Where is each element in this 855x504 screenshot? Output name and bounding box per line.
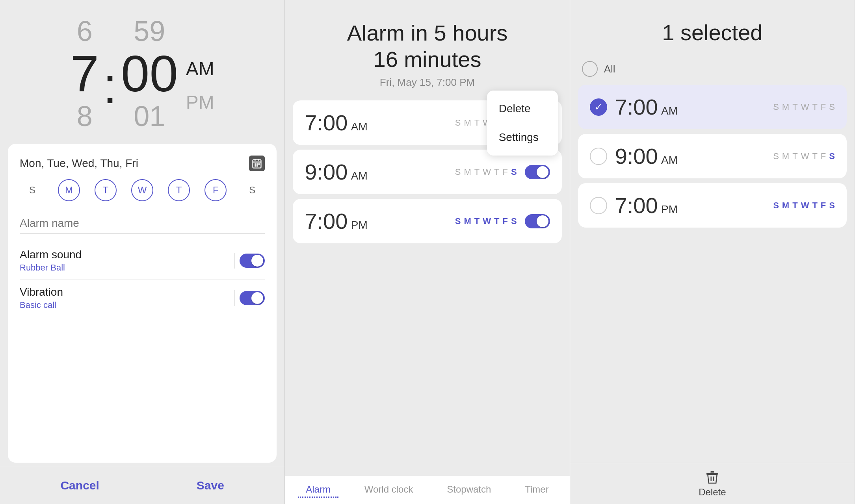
day-thursday[interactable]: T xyxy=(168,179,190,201)
context-menu-delete[interactable]: Delete xyxy=(487,94,558,123)
alarm-right-2: S M T W T F S xyxy=(455,165,550,179)
delete-bar: Delete xyxy=(570,463,855,504)
days-row: Mon, Tue, Wed, Thu, Fri xyxy=(20,156,265,171)
svg-rect-4 xyxy=(255,163,256,165)
all-label: All xyxy=(604,63,615,75)
alarm-days-3: S M T W T F S xyxy=(455,216,517,226)
select-time-3: 7:00 PM xyxy=(615,193,678,218)
alarm-name-input[interactable] xyxy=(20,213,265,234)
select-mode-panel: 1 selected All ✓ 7:00 AM S M T W T xyxy=(570,0,855,504)
select-radio-3[interactable] xyxy=(590,197,607,214)
svg-rect-6 xyxy=(258,163,260,165)
alarm-list-panel: Alarm in 5 hours 16 minutes Fri, May 15,… xyxy=(285,0,570,504)
alarm-days-2: S M T W T F S xyxy=(455,167,517,177)
days-label: Mon, Tue, Wed, Thu, Fri xyxy=(20,157,138,170)
day-wednesday[interactable]: W xyxy=(131,179,153,201)
day-saturday[interactable]: S xyxy=(241,179,263,201)
separator-line2 xyxy=(234,290,235,306)
delete-button[interactable]: Delete xyxy=(699,469,726,498)
tab-alarm[interactable]: Alarm xyxy=(298,482,338,498)
day-circles: S M T W T F S xyxy=(20,179,265,201)
vibration-right xyxy=(234,290,265,306)
svg-rect-10 xyxy=(710,471,714,472)
cancel-button[interactable]: Cancel xyxy=(45,475,115,496)
calendar-svg xyxy=(251,158,262,169)
alarm-toggle-2[interactable] xyxy=(525,165,550,179)
select-header: 1 selected xyxy=(570,0,855,57)
select-item-right-3: 7:00 PM S M T W T F S xyxy=(615,193,835,218)
svg-rect-7 xyxy=(255,165,256,167)
vibration-info: Vibration Basic call xyxy=(20,286,63,310)
alarm-time-2: 9:00 AM xyxy=(305,159,367,185)
alarm-sound-right xyxy=(234,253,265,269)
hour-main[interactable]: 7 xyxy=(71,47,99,101)
time-colon: : xyxy=(99,59,121,113)
select-all-row: All xyxy=(570,57,855,85)
alarm-toggle-3[interactable] xyxy=(525,214,550,228)
alarm-right-3: S M T W T F S xyxy=(455,214,550,228)
vibration-toggle[interactable] xyxy=(240,291,265,305)
select-time-1: 7:00 AM xyxy=(615,94,678,120)
separator-line xyxy=(234,253,235,269)
day-monday[interactable]: M xyxy=(58,179,80,201)
alarm-header-title: Alarm in 5 hours 16 minutes xyxy=(293,20,561,72)
hour-column[interactable]: 6 7 8 xyxy=(71,16,99,132)
bottom-tabs: Alarm World clock Stopwatch Timer xyxy=(285,476,569,504)
trash-icon xyxy=(704,469,720,485)
select-item-right-1: 7:00 AM S M T W T F S xyxy=(615,94,835,120)
select-item-right-2: 9:00 AM S M T W T F S xyxy=(615,143,835,169)
time-picker: 6 7 8 : 59 00 01 AM PM xyxy=(0,0,284,140)
alarm-sound-label: Alarm sound xyxy=(20,248,82,261)
select-list: ✓ 7:00 AM S M T W T F S xyxy=(570,85,855,463)
select-days-3: S M T W T F S xyxy=(773,200,835,211)
hour-above: 6 xyxy=(77,16,93,47)
select-radio-1[interactable]: ✓ xyxy=(590,98,607,116)
day-friday[interactable]: F xyxy=(204,179,227,201)
alarm-sound-sub: Rubber Ball xyxy=(20,263,82,273)
alarm-sound-row: Alarm sound Rubber Ball xyxy=(20,242,265,279)
select-item-3[interactable]: 7:00 PM S M T W T F S xyxy=(578,183,847,228)
alarm-editor-panel: 6 7 8 : 59 00 01 AM PM Mon, Tue, Wed, Th… xyxy=(0,0,285,504)
svg-rect-8 xyxy=(256,165,258,167)
tab-timer[interactable]: Timer xyxy=(517,482,556,498)
hour-below: 8 xyxy=(77,101,93,132)
tab-world-clock[interactable]: World clock xyxy=(357,482,421,498)
vibration-label: Vibration xyxy=(20,286,63,298)
select-all-radio[interactable] xyxy=(582,61,598,77)
svg-rect-5 xyxy=(256,163,258,165)
alarm-item-2[interactable]: 9:00 AM S M T W T F S xyxy=(293,150,561,194)
select-item-1[interactable]: ✓ 7:00 AM S M T W T F S xyxy=(578,85,847,129)
minute-below: 01 xyxy=(134,101,165,132)
alarm-time-3: 7:00 PM xyxy=(305,208,367,234)
vibration-row: Vibration Basic call xyxy=(20,279,265,317)
alarm-item-3[interactable]: 7:00 PM S M T W T F S xyxy=(293,199,561,243)
alarm-header: Alarm in 5 hours 16 minutes Fri, May 15,… xyxy=(285,0,569,96)
save-button[interactable]: Save xyxy=(181,475,240,496)
context-menu-settings[interactable]: Settings xyxy=(487,123,558,152)
ampm-inactive[interactable]: PM xyxy=(186,91,214,113)
alarm-header-subtitle: Fri, May 15, 7:00 PM xyxy=(293,76,561,89)
editor-bottom-buttons: Cancel Save xyxy=(0,467,284,504)
alarm-time-1: 7:00 AM xyxy=(305,110,367,135)
delete-label: Delete xyxy=(699,487,726,498)
day-tuesday[interactable]: T xyxy=(95,179,117,201)
ampm-active[interactable]: AM xyxy=(186,58,214,80)
day-sunday[interactable]: S xyxy=(21,179,43,201)
alarm-sound-toggle[interactable] xyxy=(240,254,265,268)
vibration-sub: Basic call xyxy=(20,300,63,310)
select-days-1: S M T W T F S xyxy=(773,102,835,112)
ampm-column[interactable]: AM PM xyxy=(186,58,214,113)
select-item-2[interactable]: 9:00 AM S M T W T F S xyxy=(578,134,847,178)
minute-main[interactable]: 00 xyxy=(121,47,178,101)
tab-stopwatch[interactable]: Stopwatch xyxy=(439,482,499,498)
select-time-2: 9:00 AM xyxy=(615,143,678,169)
editor-card: Mon, Tue, Wed, Thu, Fri S M T xyxy=(8,144,277,463)
calendar-icon[interactable] xyxy=(249,156,265,171)
alarm-sound-info: Alarm sound Rubber Ball xyxy=(20,248,82,273)
select-radio-2[interactable] xyxy=(590,148,607,165)
minute-above: 59 xyxy=(134,16,165,47)
minute-column[interactable]: 59 00 01 xyxy=(121,16,178,132)
context-menu: Delete Settings xyxy=(487,91,558,156)
select-days-2: S M T W T F S xyxy=(773,151,835,161)
